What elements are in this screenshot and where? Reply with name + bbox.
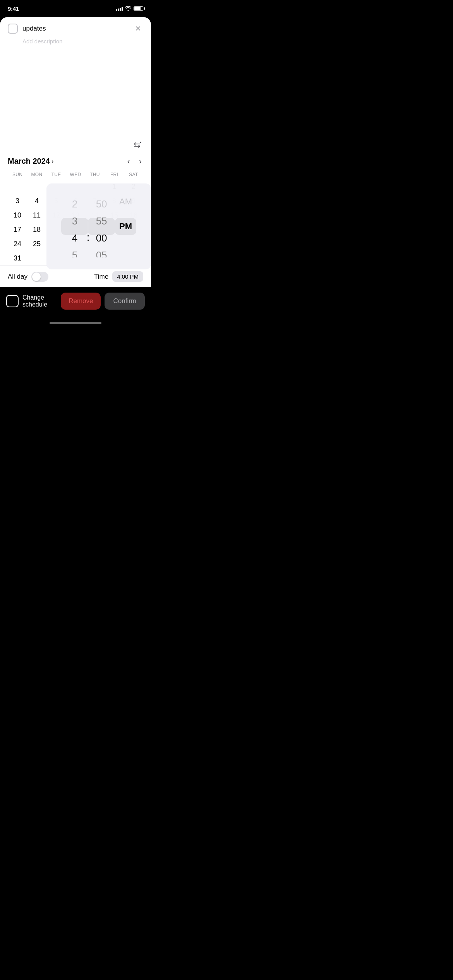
ampm-picker-column[interactable]: AM PM: [115, 195, 136, 257]
top-section: updates ✕ Add description: [0, 17, 151, 49]
hour-item-5[interactable]: 5: [61, 247, 88, 257]
calendar-section: March 2024 › ‹ › SUN MON TUE WED THU FRI…: [0, 135, 151, 266]
month-chevron-icon: ›: [51, 158, 53, 165]
action-bar: Change schedule Remove Confirm: [0, 287, 151, 319]
minute-picker-column[interactable]: 50 55 00 05: [88, 195, 115, 257]
hour-item-2[interactable]: 2: [61, 195, 88, 212]
day-header-sun: SUN: [8, 171, 27, 178]
time-group: Time 4:00 PM: [94, 271, 143, 282]
cal-cell-10[interactable]: 10: [8, 208, 27, 223]
cal-cell-empty: [8, 180, 27, 194]
svg-rect-0: [140, 142, 141, 143]
day-headers: SUN MON TUE WED THU FRI SAT: [8, 171, 143, 178]
status-time: 9:41: [8, 5, 19, 12]
calendar-grid: 1 2 3 4 5 6 7 8 9 10 11 12 13 14 15 16 1…: [8, 180, 143, 266]
next-month-button[interactable]: ›: [137, 155, 143, 167]
schedule-icon: [6, 295, 19, 307]
status-icons: [116, 6, 143, 11]
task-checkbox[interactable]: [8, 24, 18, 34]
repeat-icon-row: [8, 135, 143, 154]
time-label: Time: [94, 273, 108, 281]
cal-cell-empty: [27, 251, 46, 266]
day-header-fri: FRI: [105, 171, 124, 178]
wifi-icon: [125, 6, 131, 11]
cal-cell-24[interactable]: 24: [8, 237, 27, 251]
pm-item[interactable]: PM: [119, 220, 132, 233]
change-schedule-group: Change schedule: [6, 294, 57, 308]
cal-cell-18[interactable]: 18: [27, 223, 46, 237]
day-header-mon: MON: [27, 171, 46, 178]
confirm-button[interactable]: Confirm: [105, 293, 145, 310]
cal-cell-25[interactable]: 25: [27, 237, 46, 251]
hour-picker-column[interactable]: 2 3 4 5 6: [61, 195, 88, 257]
all-day-label: All day: [8, 273, 27, 281]
minute-item-00[interactable]: 00: [88, 230, 115, 247]
prev-month-button[interactable]: ‹: [126, 155, 132, 167]
day-header-wed: WED: [66, 171, 85, 178]
am-item[interactable]: AM: [119, 195, 132, 208]
time-value-pill[interactable]: 4:00 PM: [112, 271, 143, 282]
minute-item-50[interactable]: 50: [88, 195, 115, 212]
all-day-group: All day: [8, 272, 94, 282]
main-card: updates ✕ Add description March 2024 › ‹: [0, 17, 151, 287]
description-field[interactable]: Add description: [8, 38, 143, 45]
task-header: updates ✕: [8, 23, 143, 34]
cal-cell-31[interactable]: 31: [8, 251, 27, 266]
cal-cell-3[interactable]: 3: [8, 194, 27, 208]
all-day-toggle[interactable]: [31, 272, 48, 282]
status-bar: 9:41: [0, 0, 151, 17]
change-schedule-button[interactable]: Change schedule: [22, 294, 57, 308]
day-header-sat: SAT: [124, 171, 143, 178]
battery-icon: [134, 6, 143, 11]
month-label[interactable]: March 2024 ›: [8, 157, 53, 166]
time-picker: 2 3 4 5 6 : 50 55 00 05: [57, 195, 140, 257]
remove-button[interactable]: Remove: [61, 293, 101, 310]
time-picker-overlay[interactable]: 2 3 4 5 6 : 50 55 00 05: [46, 183, 151, 269]
toggle-thumb: [32, 272, 41, 281]
hour-item-3[interactable]: 3: [61, 212, 88, 230]
repeat-icon[interactable]: [131, 139, 143, 151]
day-header-thu: THU: [85, 171, 105, 178]
content-spacer: [0, 49, 151, 135]
minute-item-55[interactable]: 55: [88, 212, 115, 230]
hour-item-4[interactable]: 4: [61, 230, 88, 247]
minute-item-05[interactable]: 05: [88, 247, 115, 257]
cal-cell-4[interactable]: 4: [27, 194, 46, 208]
month-nav: March 2024 › ‹ ›: [8, 154, 143, 171]
close-button[interactable]: ✕: [132, 23, 143, 34]
cal-cell-17[interactable]: 17: [8, 223, 27, 237]
signal-icon: [116, 6, 123, 11]
home-indicator: [0, 319, 151, 327]
cal-cell-11[interactable]: 11: [27, 208, 46, 223]
day-header-tue: TUE: [46, 171, 66, 178]
cal-cell-empty: [27, 180, 46, 194]
nav-arrows: ‹ ›: [126, 155, 143, 167]
task-title: updates: [22, 25, 128, 33]
home-bar: [50, 322, 101, 324]
